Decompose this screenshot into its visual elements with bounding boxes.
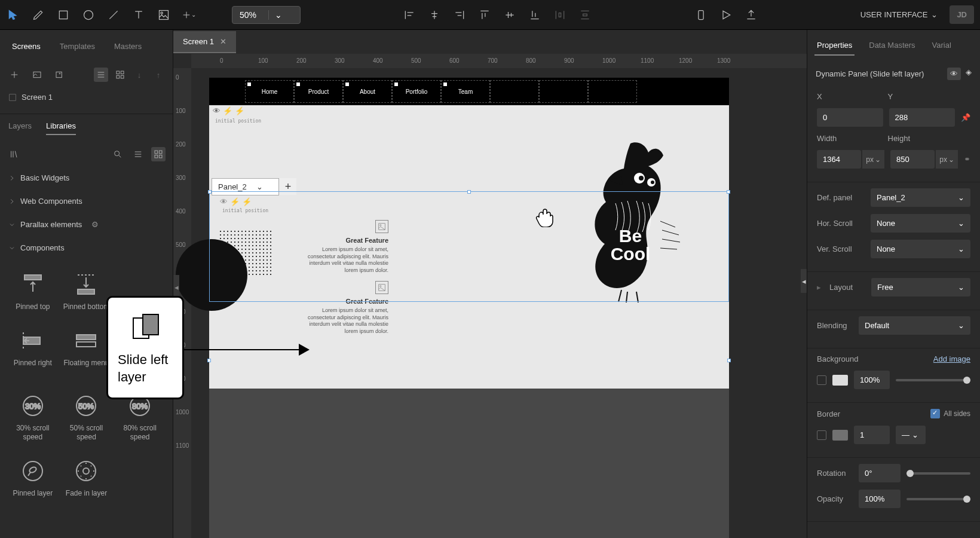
artboard[interactable]: Home Product About Portfolio Team 👁 ⚡ ⚡ (209, 78, 729, 389)
bg-enable-checkbox[interactable] (817, 375, 826, 385)
category-basic-widgets[interactable]: Basic Widgets (0, 166, 173, 189)
expand-icon[interactable]: ▸ (817, 283, 821, 292)
comp-pinned-bottom[interactable]: Pinned bottom (61, 264, 112, 318)
comp-floating-menu[interactable]: Floating menu (61, 320, 112, 383)
y-input[interactable] (889, 108, 956, 127)
device-preview-icon[interactable] (694, 8, 708, 22)
pen-tool[interactable] (31, 8, 45, 22)
user-avatar[interactable]: JD (950, 5, 974, 24)
hor-scroll-select[interactable]: None⌄ (871, 214, 970, 233)
add-image-screen-icon[interactable] (30, 68, 44, 82)
category-parallax[interactable]: Parallax elements ⚙ (0, 213, 173, 236)
panel-selector[interactable]: Panel_2 ⌄ (212, 178, 279, 195)
category-web-components[interactable]: Web Components (0, 189, 173, 213)
height-input[interactable] (890, 150, 935, 169)
bg-opacity-slider[interactable] (896, 379, 970, 381)
list-view-icon[interactable] (94, 68, 108, 82)
line-tool[interactable] (106, 8, 121, 22)
align-center-h-icon[interactable] (427, 8, 442, 22)
add-panel-button[interactable]: + (280, 178, 296, 195)
gear-icon[interactable]: ⚙ (91, 220, 99, 229)
sort-up-icon[interactable]: ↑ (151, 68, 166, 82)
border-width-input[interactable] (854, 426, 890, 444)
nav-portfolio[interactable]: Portfolio (392, 80, 441, 103)
add-tool[interactable]: ⌄ (182, 8, 196, 22)
comp-fade-in[interactable]: Fade in layer (61, 451, 112, 505)
comp-scroll-50[interactable]: 50% 50% scroll speed (61, 386, 112, 448)
border-style-select[interactable]: — ⌄ (896, 426, 926, 444)
height-unit[interactable]: px ⌄ (936, 150, 958, 169)
nav-empty-3[interactable] (588, 80, 637, 103)
nav-team[interactable]: Team (441, 80, 490, 103)
visibility-icon[interactable]: 👁 (213, 106, 220, 115)
lib-list-icon[interactable] (131, 147, 145, 161)
grid-view-icon[interactable] (113, 68, 127, 82)
border-enable-checkbox[interactable] (817, 430, 826, 440)
layout-select[interactable]: Free⌄ (871, 278, 970, 296)
category-components[interactable]: Components (0, 236, 173, 259)
nav-empty-2[interactable] (539, 80, 588, 103)
align-middle-icon[interactable] (503, 8, 517, 22)
def-panel-select[interactable]: Panel_2⌄ (871, 188, 970, 207)
x-input[interactable] (817, 108, 883, 127)
rotation-input[interactable] (859, 464, 901, 482)
width-unit[interactable]: px ⌄ (862, 150, 884, 169)
tab-variables[interactable]: Varial (930, 36, 954, 56)
align-bottom-icon[interactable] (528, 8, 542, 22)
nav-home[interactable]: Home (245, 80, 294, 103)
nav-about[interactable]: About (343, 80, 392, 103)
tab-layers[interactable]: Layers (8, 121, 32, 135)
comp-scroll-30[interactable]: 30% 30% scroll speed (7, 386, 59, 448)
comp-pinned-top[interactable]: Pinned top (7, 264, 59, 318)
comp-pinned-right[interactable]: Pinned right (7, 320, 59, 383)
bg-color-swatch[interactable] (832, 375, 848, 386)
tab-screens[interactable]: Screens (8, 37, 44, 56)
project-dropdown[interactable]: USER INTERFACE ⌄ (860, 10, 938, 19)
bg-opacity-input[interactable] (854, 371, 890, 389)
nav-empty-1[interactable] (490, 80, 539, 103)
panel-collapse-handle[interactable]: ◂ (801, 269, 807, 293)
add-image-link[interactable]: Add image (933, 354, 970, 363)
distribute-h-icon[interactable] (553, 8, 567, 22)
sort-down-icon[interactable]: ↓ (132, 68, 146, 82)
link-dimensions-icon[interactable]: ⚭ (964, 155, 970, 164)
nav-product[interactable]: Product (294, 80, 343, 103)
pin-icon[interactable]: 📌 (961, 113, 970, 122)
visibility-icon[interactable]: 👁 (220, 197, 228, 206)
add-screen-icon[interactable] (7, 68, 22, 82)
image-tool[interactable] (157, 8, 171, 22)
all-sides-checkbox[interactable] (930, 409, 940, 418)
tab-templates[interactable]: Templates (56, 37, 99, 56)
border-color-swatch[interactable] (832, 430, 848, 441)
tab-properties[interactable]: Properties (814, 36, 855, 56)
duplicate-screen-icon[interactable] (53, 68, 67, 82)
search-icon[interactable] (111, 147, 125, 161)
align-right-icon[interactable] (452, 8, 467, 22)
layers-icon[interactable]: ◈ (966, 68, 972, 80)
opacity-input[interactable] (859, 490, 901, 508)
visibility-toggle-icon[interactable]: 👁 (947, 68, 961, 80)
tab-libraries[interactable]: Libraries (46, 121, 76, 135)
zoom-select[interactable]: 50% ⌄ (232, 6, 301, 24)
screen-list-item[interactable]: Screen 1 (0, 87, 173, 108)
comp-slide-left-callout[interactable]: Slide left layer (106, 296, 184, 399)
tab-data-masters[interactable]: Data Masters (866, 36, 917, 56)
width-input[interactable] (817, 150, 861, 169)
lib-grid-icon[interactable] (151, 147, 166, 161)
align-top-icon[interactable] (477, 8, 492, 22)
rectangle-tool[interactable] (56, 8, 71, 22)
upload-icon[interactable] (744, 8, 758, 22)
play-icon[interactable] (719, 8, 733, 22)
library-icon[interactable] (7, 147, 22, 161)
ellipse-tool[interactable] (81, 8, 96, 22)
blending-select[interactable]: Default⌄ (859, 316, 970, 335)
pointer-tool[interactable] (6, 8, 20, 22)
distribute-v-icon[interactable] (578, 8, 592, 22)
opacity-slider[interactable] (906, 498, 970, 500)
comp-pinned-layer[interactable]: Pinned layer (7, 451, 59, 505)
ver-scroll-select[interactable]: None⌄ (871, 240, 970, 258)
tab-masters[interactable]: Masters (111, 37, 145, 56)
text-tool[interactable] (131, 8, 146, 22)
left-panel-collapse[interactable]: ◂ (173, 275, 179, 299)
align-left-icon[interactable] (402, 8, 416, 22)
